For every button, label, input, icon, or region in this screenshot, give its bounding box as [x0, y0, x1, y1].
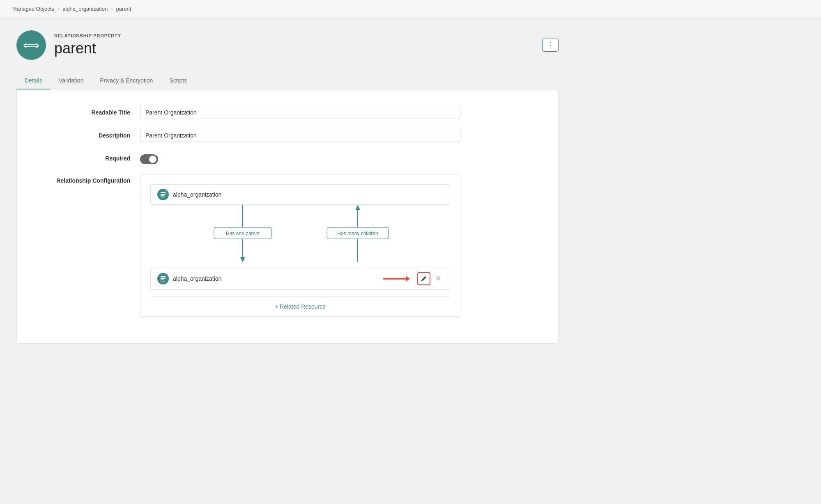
red-arrow-line	[383, 278, 406, 279]
header-subtitle: RELATIONSHIP PROPERTY	[54, 33, 121, 38]
required-row: Required	[41, 152, 534, 164]
page-title: parent	[54, 40, 121, 57]
breadcrumb-managed-objects[interactable]: Managed Objects	[12, 6, 54, 12]
relationship-config-row: Relationship Configuration	[41, 174, 534, 317]
svg-rect-17	[161, 281, 165, 282]
tabs-bar: Details Validation Privacy & Encryption …	[16, 72, 559, 89]
svg-rect-14	[161, 276, 166, 277]
svg-rect-15	[161, 278, 166, 279]
bottom-node-icon	[157, 273, 169, 284]
relationship-config-label: Relationship Configuration	[41, 174, 140, 184]
header-icon: ⟺	[16, 30, 46, 60]
svg-rect-0	[161, 192, 166, 193]
breadcrumb-parent: parent	[116, 6, 131, 12]
svg-marker-8	[240, 257, 245, 262]
description-row: Description	[41, 129, 534, 142]
svg-rect-3	[161, 197, 165, 197]
bottom-org-node: alpha_organization	[150, 268, 450, 290]
page-header: ⟺ RELATIONSHIP PROPERTY parent ⋮	[16, 30, 559, 60]
description-input[interactable]	[140, 129, 460, 142]
top-node-icon	[157, 189, 169, 200]
remove-node-button[interactable]: ✕	[434, 273, 443, 284]
top-node-name: alpha_organization	[173, 191, 221, 198]
diagram-area: Has one parent Has many children	[150, 205, 450, 268]
readable-title-row: Readable Title	[41, 106, 534, 119]
description-label: Description	[41, 129, 140, 139]
svg-marker-13	[355, 205, 360, 210]
content-panel: Readable Title Description Required	[16, 89, 559, 344]
red-arrow-indicator	[383, 276, 410, 282]
svg-rect-1	[161, 194, 166, 195]
tab-details[interactable]: Details	[16, 72, 51, 89]
required-toggle[interactable]	[140, 154, 158, 164]
relationship-config-box: alpha_organization Has one parent	[140, 174, 460, 317]
top-org-node: alpha_organization	[150, 184, 450, 205]
readable-title-label: Readable Title	[41, 106, 140, 116]
bottom-node-actions: ✕	[417, 272, 443, 285]
more-options-button[interactable]: ⋮	[542, 39, 559, 52]
svg-text:Has one parent: Has one parent	[226, 231, 260, 236]
required-label: Required	[41, 152, 140, 162]
readable-title-input[interactable]	[140, 106, 460, 119]
svg-rect-2	[161, 195, 164, 196]
tab-validation[interactable]: Validation	[51, 72, 92, 89]
add-related-resource-button[interactable]: + Related Resource	[150, 296, 450, 316]
tab-privacy-encryption[interactable]: Privacy & Encryption	[92, 72, 161, 89]
breadcrumb-sep-1: ›	[57, 6, 59, 12]
edit-node-button[interactable]	[417, 272, 430, 285]
breadcrumb: Managed Objects › alpha_organization › p…	[0, 0, 821, 18]
svg-text:Has many children: Has many children	[337, 231, 378, 236]
svg-rect-16	[161, 279, 164, 280]
breadcrumb-sep-2: ›	[111, 6, 113, 12]
red-arrow-head	[406, 276, 410, 282]
bottom-node-name: alpha_organization	[173, 275, 379, 282]
breadcrumb-alpha-organization[interactable]: alpha_organization	[62, 6, 108, 12]
tab-scripts[interactable]: Scripts	[161, 72, 195, 89]
